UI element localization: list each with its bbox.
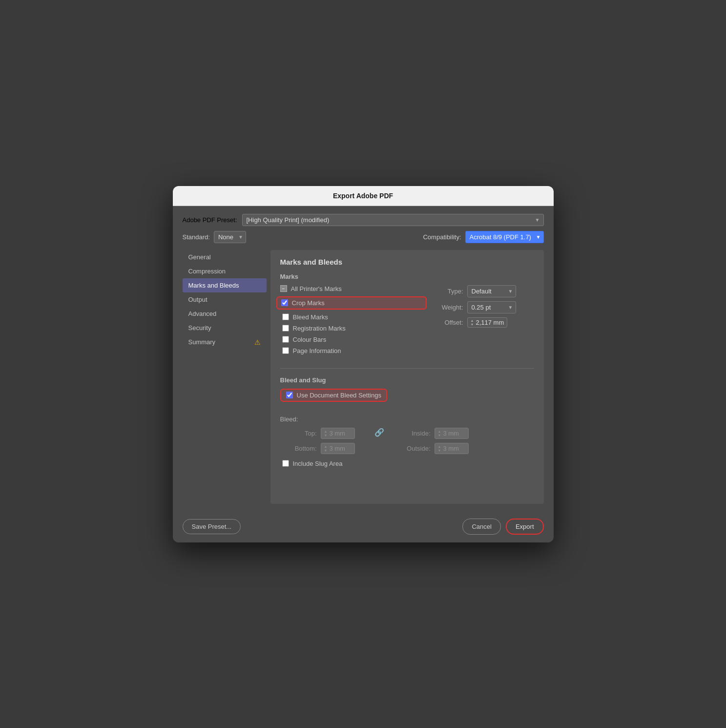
dialog-title: Export Adobe PDF — [333, 192, 393, 200]
weight-select[interactable]: 0.25 pt — [467, 301, 516, 313]
include-slug-label: Include Slug Area — [293, 460, 343, 467]
compat-select[interactable]: Acrobat 8/9 (PDF 1.7) — [465, 231, 544, 243]
sidebar-item-general[interactable]: General — [183, 250, 267, 264]
inside-input: ▲ ▼ 3 mm — [435, 428, 469, 439]
export-button[interactable]: Export — [506, 519, 544, 535]
inside-label: Inside: — [404, 430, 431, 437]
bottom-down-icon[interactable]: ▼ — [324, 449, 328, 452]
sidebar-item-summary[interactable]: Summary ⚠ — [183, 335, 267, 350]
crop-marks-label: Crop Marks — [292, 299, 325, 307]
use-doc-bleed-checkbox[interactable] — [286, 392, 293, 398]
registration-marks-label: Registration Marks — [293, 325, 346, 332]
bleed-fields: Top: ▲ ▼ 3 mm Bottom: — [290, 428, 534, 454]
standard-select[interactable]: None — [214, 231, 246, 243]
registration-marks-row: Registration Marks — [282, 325, 427, 332]
bottom-value: 3 mm — [329, 445, 345, 452]
bottom-input: ▲ ▼ 3 mm — [321, 443, 355, 454]
preset-row: Adobe PDF Preset: [High Quality Print] (… — [183, 214, 544, 226]
preset-label: Adobe PDF Preset: — [183, 216, 237, 224]
inside-spinner[interactable]: ▲ ▼ — [438, 430, 441, 437]
top-down-icon[interactable]: ▼ — [324, 434, 328, 437]
marks-checkboxes: − All Printer's Marks Crop Marks — [280, 285, 427, 358]
standard-group: Standard: None — [183, 231, 423, 243]
offset-down-icon[interactable]: ▼ — [471, 323, 474, 326]
all-printers-label: All Printer's Marks — [291, 285, 342, 292]
all-printers-row: − All Printer's Marks — [280, 285, 427, 292]
link-icon: 🔗 — [374, 428, 384, 454]
include-slug-checkbox[interactable] — [282, 460, 289, 467]
sidebar-item-advanced[interactable]: Advanced — [183, 307, 267, 321]
bleed-right-col: Inside: ▲ ▼ 3 mm Outside — [404, 428, 469, 454]
weight-label: Weight: — [436, 304, 463, 311]
crop-marks-row: Crop Marks — [276, 296, 427, 310]
marks-subsection-title: Marks — [280, 273, 534, 280]
type-select-wrapper: Default — [467, 285, 516, 297]
bottom-label: Bottom: — [290, 445, 317, 452]
outside-value: 3 mm — [443, 445, 459, 452]
marks-section: Marks − All Printer's Marks Crop M — [280, 273, 534, 358]
main-area: General Compression Marks and Bleeds Out… — [183, 250, 544, 504]
all-printers-checkbox[interactable]: − — [280, 285, 287, 292]
bottom-row: Bottom: ▲ ▼ 3 mm — [290, 443, 355, 454]
page-information-checkbox[interactable] — [282, 347, 289, 354]
outside-label: Outside: — [404, 445, 431, 452]
bleed-label: Bleed: — [280, 416, 534, 423]
compat-label: Compatibility: — [423, 233, 461, 241]
summary-warning-icon: ⚠ — [254, 338, 261, 346]
bleed-marks-row: Bleed Marks — [282, 313, 427, 321]
include-slug-row: Include Slug Area — [282, 460, 534, 467]
page-information-row: Page Information — [282, 347, 427, 354]
use-doc-bleed-wrapper: Use Document Bleed Settings — [280, 389, 534, 409]
inside-row: Inside: ▲ ▼ 3 mm — [404, 428, 469, 439]
outside-up-icon[interactable]: ▲ — [438, 445, 441, 448]
preset-select[interactable]: [High Quality Print] (modified) — [242, 214, 544, 226]
type-select[interactable]: Default — [467, 285, 516, 297]
compat-group: Compatibility: Acrobat 8/9 (PDF 1.7) — [423, 231, 543, 243]
outside-row: Outside: ▲ ▼ 3 mm — [404, 443, 469, 454]
bottom-up-icon[interactable]: ▲ — [324, 445, 328, 448]
bleed-slug-title: Bleed and Slug — [280, 376, 534, 384]
top-up-icon[interactable]: ▲ — [324, 430, 328, 433]
standard-compat-row: Standard: None Compatibility: Acrobat 8/… — [183, 231, 544, 243]
offset-spinner[interactable]: ▲ ▼ — [471, 319, 474, 326]
inside-down-icon[interactable]: ▼ — [438, 434, 441, 437]
sidebar-item-marks-bleeds[interactable]: Marks and Bleeds — [183, 278, 267, 292]
offset-input: ▲ ▼ 2,117 mm — [467, 317, 508, 328]
offset-up-icon[interactable]: ▲ — [471, 319, 474, 322]
offset-value: 2,117 mm — [476, 319, 504, 326]
inside-value: 3 mm — [443, 430, 459, 437]
colour-bars-row: Colour Bars — [282, 336, 427, 343]
offset-label: Offset: — [436, 319, 463, 326]
preset-select-wrapper: [High Quality Print] (modified) — [242, 214, 544, 226]
outside-input: ▲ ▼ 3 mm — [435, 443, 469, 454]
weight-row: Weight: 0.25 pt — [436, 301, 534, 313]
registration-marks-checkbox[interactable] — [282, 325, 289, 332]
top-row: Top: ▲ ▼ 3 mm — [290, 428, 355, 439]
bleed-marks-checkbox[interactable] — [282, 313, 289, 320]
bleed-slug-section: Bleed and Slug Use Document Bleed Settin… — [280, 376, 534, 467]
marks-settings: Type: Default Weight: — [436, 285, 534, 358]
sidebar-item-security[interactable]: Security — [183, 321, 267, 335]
compat-select-wrapper: Acrobat 8/9 (PDF 1.7) — [465, 231, 544, 243]
top-input: ▲ ▼ 3 mm — [321, 428, 355, 439]
save-preset-button[interactable]: Save Preset... — [183, 519, 241, 534]
outside-down-icon[interactable]: ▼ — [438, 449, 441, 452]
dialog-body: Adobe PDF Preset: [High Quality Print] (… — [173, 206, 554, 512]
top-label: Top: — [290, 430, 317, 437]
type-label: Type: — [436, 288, 463, 295]
outside-spinner[interactable]: ▲ ▼ — [438, 445, 441, 452]
use-doc-bleed-row: Use Document Bleed Settings — [280, 389, 387, 402]
top-spinner[interactable]: ▲ ▼ — [324, 430, 328, 437]
colour-bars-checkbox[interactable] — [282, 336, 289, 343]
crop-marks-checkbox[interactable] — [281, 299, 288, 306]
bottom-spinner[interactable]: ▲ ▼ — [324, 445, 328, 452]
cancel-button[interactable]: Cancel — [462, 519, 500, 535]
sidebar-item-output[interactable]: Output — [183, 292, 267, 307]
sidebar-item-compression[interactable]: Compression — [183, 264, 267, 278]
inside-up-icon[interactable]: ▲ — [438, 430, 441, 433]
bottom-bar: Save Preset... Cancel Export — [173, 512, 554, 542]
bleed-marks-label: Bleed Marks — [293, 313, 328, 321]
type-row: Type: Default — [436, 285, 534, 297]
page-information-label: Page Information — [293, 347, 341, 354]
bleed-left-col: Top: ▲ ▼ 3 mm Bottom: — [290, 428, 355, 454]
